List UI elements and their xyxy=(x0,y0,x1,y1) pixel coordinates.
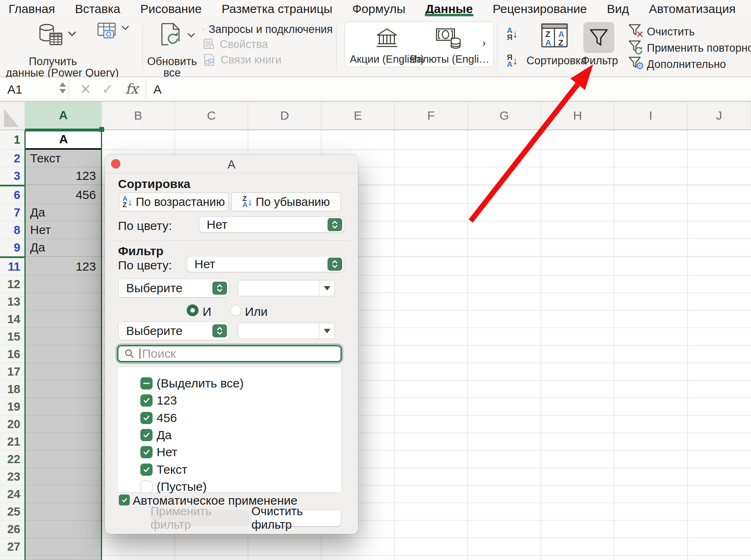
row-header-21[interactable]: 21 xyxy=(0,433,25,451)
tab-Рецензирование[interactable]: Рецензирование xyxy=(493,0,587,17)
get-data-button[interactable]: Получить данные (Power Query) xyxy=(6,17,100,77)
combo-dropdown-button[interactable] xyxy=(319,323,334,339)
cell-A14[interactable] xyxy=(25,311,102,328)
sort-button[interactable]: Z A A Z Сортировка xyxy=(531,17,579,77)
cell-A27[interactable] xyxy=(25,538,102,556)
checkbox[interactable] xyxy=(140,429,153,441)
row-header-23[interactable]: 23 xyxy=(0,468,25,486)
row-header-8[interactable]: 8 xyxy=(0,221,25,239)
sort-by-color-select[interactable]: Нет xyxy=(199,217,344,232)
cell-A13[interactable] xyxy=(25,293,102,311)
advanced-label[interactable]: Дополнительно xyxy=(647,58,726,71)
tab-Рисование[interactable]: Рисование xyxy=(140,0,202,17)
column-header-B[interactable]: B xyxy=(102,102,175,130)
row-header-partial[interactable] xyxy=(0,556,25,560)
reapply-filter-button[interactable] xyxy=(628,40,644,55)
row-header-11[interactable]: 11 xyxy=(0,258,25,276)
criteria-value-1[interactable] xyxy=(238,280,335,296)
stocks-button[interactable]: Акции (English) xyxy=(356,24,417,65)
row-header-7[interactable]: 7 xyxy=(0,204,25,221)
name-box-stepper[interactable] xyxy=(59,82,66,94)
camera-table-button[interactable] xyxy=(97,22,133,41)
row-header-9[interactable]: 9 xyxy=(0,239,25,256)
column-header-J[interactable]: J xyxy=(688,102,751,130)
row-header-24[interactable]: 24 xyxy=(0,486,25,503)
cell-A3[interactable]: 123 xyxy=(25,167,102,185)
sort-ascending-button[interactable]: AZ ↓ По возрастанию xyxy=(119,192,229,211)
cell-A21[interactable] xyxy=(25,433,102,451)
cell-A15[interactable] xyxy=(25,328,102,346)
cell-A19[interactable] xyxy=(25,398,102,416)
row-header-2[interactable]: 2 xyxy=(0,150,25,167)
enter-icon[interactable]: ✓ xyxy=(102,81,114,97)
cell-A2[interactable]: Текст xyxy=(25,150,102,167)
column-header-E[interactable]: E xyxy=(321,102,395,130)
cell-A7[interactable]: Да xyxy=(25,204,102,221)
selection-handle[interactable] xyxy=(99,127,104,132)
tab-Вид[interactable]: Вид xyxy=(607,0,629,17)
select-all-corner[interactable] xyxy=(0,102,25,130)
cell-A17[interactable] xyxy=(25,363,102,381)
checkbox[interactable] xyxy=(140,481,153,493)
advanced-filter-button[interactable]: ⚙ xyxy=(628,56,644,72)
sort-descending-button[interactable]: ЯА ↓ xyxy=(507,54,518,68)
indeterminate-checkbox[interactable] xyxy=(140,377,153,389)
cell-A1[interactable]: А xyxy=(25,130,102,150)
popup-title-bar[interactable]: А xyxy=(105,155,358,173)
row-header-22[interactable]: 22 xyxy=(0,451,25,468)
cell-A23[interactable] xyxy=(25,468,102,486)
cell-A24[interactable] xyxy=(25,486,102,503)
column-header-I[interactable]: I xyxy=(614,102,688,130)
row-header-3[interactable]: 3 xyxy=(0,167,25,185)
column-header-G[interactable]: G xyxy=(468,102,541,130)
checkbox[interactable] xyxy=(140,412,153,424)
cell-A6[interactable]: 456 xyxy=(25,186,102,204)
cell-A20[interactable] xyxy=(25,416,102,433)
filter-button[interactable]: Фильтр xyxy=(579,17,620,77)
clear-filter-button[interactable] xyxy=(628,24,644,38)
checkbox[interactable] xyxy=(140,464,153,476)
currencies-button[interactable]: Валюты (Engli… xyxy=(419,24,480,65)
tab-Разметка страницы[interactable]: Разметка страницы xyxy=(222,0,332,17)
cell-A25[interactable] xyxy=(25,503,102,521)
or-radio[interactable] xyxy=(230,305,241,316)
sort-ascending-button[interactable]: АЯ ↓ xyxy=(507,27,518,41)
row-header-18[interactable]: 18 xyxy=(0,381,25,398)
row-header-26[interactable]: 26 xyxy=(0,521,25,538)
row-header-6[interactable]: 6 xyxy=(0,186,25,204)
row-header-27[interactable]: 27 xyxy=(0,538,25,556)
cell-A9[interactable]: Да xyxy=(25,239,102,256)
tab-Автоматизация[interactable]: Автоматизация xyxy=(649,0,736,17)
cell-A26[interactable] xyxy=(25,521,102,538)
checkbox[interactable] xyxy=(140,446,153,458)
row-header-19[interactable]: 19 xyxy=(0,398,25,416)
tab-Главная[interactable]: Главная xyxy=(9,0,55,17)
row-header-25[interactable]: 25 xyxy=(0,503,25,521)
cell-A-partial[interactable] xyxy=(25,556,102,560)
cell-A18[interactable] xyxy=(25,381,102,398)
row-header-14[interactable]: 14 xyxy=(0,311,25,328)
name-box[interactable]: A1 xyxy=(7,83,22,96)
cancel-icon[interactable]: ✕ xyxy=(80,81,92,97)
cell-A8[interactable]: Нет xyxy=(25,221,102,239)
row-header-15[interactable]: 15 xyxy=(0,328,25,346)
column-header-C[interactable]: C xyxy=(175,102,248,130)
cell-A12[interactable] xyxy=(25,276,102,293)
column-header-A[interactable]: A xyxy=(25,102,102,130)
criteria-select-2[interactable]: Выберите xyxy=(119,322,229,340)
column-header-D[interactable]: D xyxy=(248,102,321,130)
and-radio[interactable] xyxy=(187,304,199,316)
search-input[interactable] xyxy=(142,346,337,361)
reapply-label[interactable]: Применить повторно xyxy=(647,42,751,55)
row-header-13[interactable]: 13 xyxy=(0,293,25,311)
row-header-20[interactable]: 20 xyxy=(0,416,25,433)
formula-bar-value[interactable]: А xyxy=(153,83,162,96)
filter-by-color-select[interactable]: Нет xyxy=(187,256,344,272)
tab-Данные[interactable]: Данные xyxy=(426,0,473,17)
combo-dropdown-button[interactable] xyxy=(319,280,334,296)
insert-function-icon[interactable]: fx xyxy=(125,81,138,97)
cell-A22[interactable] xyxy=(25,451,102,468)
refresh-all-button[interactable]: Обновить все xyxy=(150,17,199,77)
column-header-H[interactable]: H xyxy=(541,102,614,130)
cell-A11[interactable]: 123 xyxy=(25,258,102,276)
